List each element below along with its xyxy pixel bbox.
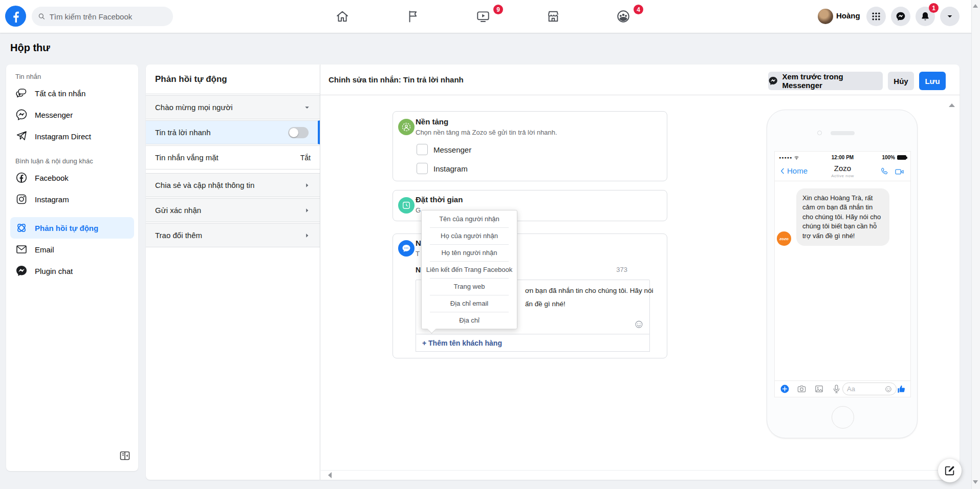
collapse-sidebar-button[interactable] <box>119 450 132 463</box>
panel-row-label: Gửi xác nhận <box>155 206 201 215</box>
nav-tab-groups[interactable]: 4 <box>595 2 651 31</box>
chevron-down-icon <box>946 12 954 20</box>
sidebar-item-automated-responses[interactable]: Phản hồi tự động <box>10 217 134 239</box>
instagram-checkbox[interactable] <box>417 163 428 174</box>
panel-row-quick-replies[interactable]: Tin trả lời nhanh <box>146 120 320 144</box>
message-card-title: N <box>416 239 421 247</box>
automation-loops-icon <box>15 222 28 234</box>
menu-item-last-name[interactable]: Họ của người nhận <box>422 227 517 244</box>
profile-avatar[interactable] <box>818 9 833 24</box>
status-time: 12:00 PM <box>779 155 906 160</box>
grid-icon <box>871 11 881 22</box>
messenger-icon <box>896 11 906 22</box>
quick-replies-toggle[interactable] <box>288 127 309 138</box>
page-scroll-up-arrow[interactable] <box>973 4 978 8</box>
panel-row-label: Tin trả lời nhanh <box>155 128 211 137</box>
message-card-subtitle: T <box>416 250 420 258</box>
account-dropdown-button[interactable] <box>940 7 960 26</box>
sidebar-item-label: Instagram Direct <box>35 132 91 141</box>
panel-row-label: Tin nhắn vắng mặt <box>155 153 219 162</box>
flag-icon <box>406 9 420 24</box>
sidebar-item-label: Phản hồi tự động <box>35 224 98 232</box>
menu-item-website[interactable]: Trang web <box>422 278 517 295</box>
menu-item-first-name[interactable]: Tên của người nhận <box>422 210 517 227</box>
groups-badge: 4 <box>634 5 643 14</box>
sidebar-item-instagram-direct[interactable]: Instagram Direct <box>10 125 134 147</box>
nav-tab-marketplace[interactable] <box>525 2 581 31</box>
sidebar-item-label: Plugin chat <box>35 267 73 275</box>
platform-card-title: Nền tảng <box>416 117 448 126</box>
facebook-logo[interactable] <box>5 6 26 27</box>
sidebar-item-all-messages[interactable]: Tất cả tin nhắn <box>10 82 134 104</box>
sidebar-item-instagram[interactable]: Instagram <box>10 188 134 210</box>
sidebar-item-label: Tất cả tin nhắn <box>35 89 85 98</box>
composer-input: Aa <box>842 382 897 395</box>
call-icon <box>879 167 889 177</box>
panel-row-follow-up[interactable]: Trao đổi thêm <box>146 223 320 247</box>
menu-button[interactable] <box>866 7 886 26</box>
phone-screen: ●●●●● 12:00 PM 100% Home Zozo Active now <box>774 151 911 397</box>
messenger-icon <box>768 76 778 86</box>
sidebar-section-comments: Bình luận & nội dung khác <box>6 147 138 167</box>
messenger-dark-icon <box>15 265 28 277</box>
sidebar-item-label: Facebook <box>35 174 69 182</box>
phone-status-bar: ●●●●● 12:00 PM 100% <box>779 154 906 161</box>
page-scrollbar[interactable] <box>971 0 980 489</box>
phone-composer: Aa <box>775 380 910 397</box>
sidebar-item-email[interactable]: Email <box>10 239 134 260</box>
nav-tab-home[interactable] <box>314 2 371 31</box>
personalization-menu: Tên của người nhận Họ của người nhận Họ … <box>421 210 517 329</box>
panel-row-away-message[interactable]: Tin nhắn vắng mặt Tắt <box>146 145 320 169</box>
video-call-icon <box>895 167 904 177</box>
facebook-inbox-page: 9 4 Hoàng 1 Hộp thư Tin nhắn Tất cả tin … <box>0 0 980 489</box>
emoji-picker-icon[interactable] <box>635 320 643 329</box>
menu-item-address[interactable]: Địa chỉ <box>422 312 517 329</box>
editor-scroll-up-arrow[interactable] <box>949 103 955 107</box>
facebook-circle-icon <box>15 172 28 184</box>
notifications-badge: 1 <box>929 3 939 13</box>
page-scroll-down-arrow[interactable] <box>973 480 978 484</box>
menu-item-full-name[interactable]: Họ tên người nhận <box>422 244 517 261</box>
sidebar-item-facebook[interactable]: Facebook <box>10 167 134 188</box>
sidebar-item-messenger[interactable]: Messenger <box>10 104 134 125</box>
preview-in-messenger-button[interactable]: Xem trước trong Messenger <box>768 72 883 90</box>
menu-item-page-link[interactable]: Liên kết đến Trang Facebook <box>422 261 517 278</box>
phone-home-button <box>832 406 854 429</box>
save-button[interactable]: Lưu <box>919 72 946 90</box>
platform-card: Nền tảng Chọn nền tảng mà Zozo sẽ gửi ti… <box>393 111 667 181</box>
menu-item-email-address[interactable]: Địa chỉ email <box>422 295 517 312</box>
conversation-subtitle: Active now <box>775 174 910 178</box>
top-navbar: 9 4 Hoàng 1 <box>0 0 980 33</box>
battery-icon <box>897 155 906 160</box>
messenger-checkbox[interactable] <box>417 144 428 155</box>
photo-icon <box>814 384 824 394</box>
profile-name[interactable]: Hoàng <box>836 11 860 20</box>
sidebar-item-label: Messenger <box>35 111 73 119</box>
nav-tab-watch[interactable]: 9 <box>455 2 511 31</box>
phone-speaker-bar <box>831 131 855 135</box>
panel-row-confirmations[interactable]: Gửi xác nhận <box>146 198 320 222</box>
message-editor: Chỉnh sửa tin nhắn: Tin trả lời nhanh Xe… <box>320 65 960 480</box>
messenger-button[interactable] <box>891 7 910 26</box>
scroll-left-arrow[interactable] <box>328 472 332 478</box>
marketplace-icon <box>546 9 560 24</box>
panel-row-label: Chia sẻ và cập nhật thông tin <box>155 181 254 189</box>
preview-message-bubble: Xin chào Hoàng Trà, rất cảm ơn bạn đã nh… <box>796 188 889 246</box>
sidebar-section-messages: Tin nhắn <box>6 65 138 82</box>
character-count: 373 <box>616 266 627 273</box>
cancel-button-label: Hủy <box>894 77 908 86</box>
panel-row-share-info[interactable]: Chia sẻ và cập nhật thông tin <box>146 173 320 197</box>
search-bar[interactable] <box>32 7 173 26</box>
horizontal-scrollbar[interactable] <box>321 470 960 479</box>
sidebar-item-plugin-chat[interactable]: Plugin chat <box>10 260 134 282</box>
panel-row-welcome[interactable]: Chào mừng mọi người <box>146 95 320 119</box>
add-customer-name-link[interactable]: + Thêm tên khách hàng <box>422 339 502 347</box>
add-customer-name-row: + Thêm tên khách hàng <box>416 334 650 352</box>
microphone-icon <box>832 384 841 394</box>
search-input[interactable] <box>50 12 167 21</box>
cancel-button[interactable]: Hủy <box>888 72 914 90</box>
timing-card-subtitle: G <box>416 206 421 214</box>
nav-tab-pages[interactable] <box>385 2 441 31</box>
compose-button[interactable] <box>938 459 962 482</box>
editor-header: Chỉnh sửa tin nhắn: Tin trả lời nhanh Xe… <box>320 65 960 95</box>
